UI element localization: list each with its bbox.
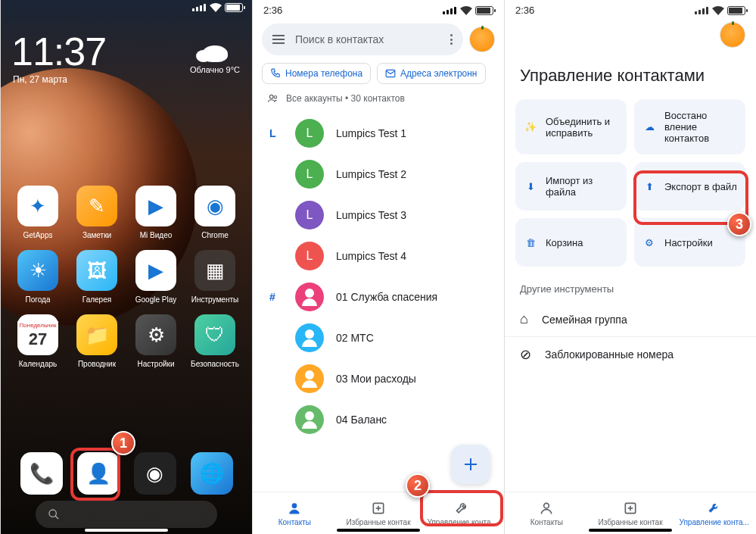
section-other-tools: Другие инструменты <box>505 267 756 302</box>
list-item[interactable]: LLumpics Test 4 <box>253 236 504 276</box>
wifi-icon <box>712 6 724 15</box>
step-badge-3: 3 <box>727 212 751 236</box>
app-Google Play[interactable]: ▶Google Play <box>129 250 182 304</box>
add-contact-fab[interactable] <box>451 445 490 484</box>
list-item[interactable]: 02 МТС <box>253 317 504 358</box>
link-1[interactable]: ⊘Заблокированные номера <box>505 337 756 372</box>
app-GetApps[interactable]: ✦GetApps <box>11 186 64 239</box>
dock: 📞👤◉🌐 <box>1 452 252 495</box>
contacts-icon <box>539 501 554 516</box>
gesture-bar <box>85 529 168 532</box>
tab-contacts[interactable]: Контакты <box>505 492 589 534</box>
card-1[interactable]: ☁Восстано вление контактов <box>634 99 745 155</box>
app-Календарь[interactable]: Понедельник27Календарь <box>11 314 64 368</box>
card-icon: ☁ <box>642 120 657 135</box>
dock-contacts[interactable]: 👤 <box>77 452 120 495</box>
contact-name: Lumpics Test 2 <box>336 168 406 180</box>
card-0[interactable]: ✨Объединить и исправить <box>515 99 627 155</box>
list-item[interactable]: LLumpics Test 3 <box>253 195 504 236</box>
weather-widget[interactable]: Облачно 9°C <box>190 45 240 74</box>
step-badge-2: 2 <box>406 473 430 498</box>
svg-point-0 <box>49 510 56 517</box>
chip-phone[interactable]: Номера телефона <box>262 63 371 84</box>
contact-name: 01 Служба спасения <box>336 291 437 303</box>
search-bar[interactable] <box>36 501 217 528</box>
search-input[interactable]: Поиск в контактах <box>262 23 463 55</box>
cloud-icon <box>202 45 228 62</box>
link-label: Семейная группа <box>542 314 627 326</box>
contact-avatar <box>295 283 324 311</box>
app-label: GetApps <box>23 231 53 239</box>
accounts-summary[interactable]: Все аккаунты • 30 контактов <box>253 92 504 113</box>
app-label: Галерея <box>82 295 111 304</box>
contacts-list-screen: 2:36 .light .battery::before,.light .bat… <box>252 0 504 534</box>
contact-name: 02 МТС <box>336 332 374 344</box>
cards-grid: ✨Объединить и исправить☁Восстано вление … <box>505 99 756 267</box>
tab-favorites[interactable]: Избранные контак <box>337 492 421 534</box>
search-placeholder: Поиск в контактах <box>295 33 440 45</box>
app-Погода[interactable]: ☀Погода <box>11 250 64 304</box>
tab-manage[interactable]: Управление конта... <box>672 492 756 534</box>
menu-icon[interactable] <box>272 35 285 44</box>
contacts-icon: 👤 <box>77 452 120 495</box>
list-item[interactable]: #01 Служба спасения <box>253 276 504 317</box>
card-label: Настройки <box>664 237 713 248</box>
list-item[interactable]: 03 Мои расходы <box>253 358 504 399</box>
app-icon: ▶ <box>135 186 176 226</box>
app-icon: ▶ <box>135 250 176 291</box>
dock-camera[interactable]: ◉ <box>134 452 176 495</box>
app-Mi Видео[interactable]: ▶Mi Видео <box>129 186 182 239</box>
app-label: Безопасность <box>191 360 239 368</box>
card-icon: 🗑 <box>523 235 538 250</box>
link-0[interactable]: ⌂Семейная группа <box>505 302 756 337</box>
wifi-icon <box>210 3 222 12</box>
app-icon: Понедельник27 <box>17 314 58 355</box>
tab-contacts[interactable]: Контакты <box>253 492 337 534</box>
tab-favorites[interactable]: Избранные контак <box>589 492 673 534</box>
app-grid: ✦GetApps✎Заметки▶Mi Видео◉Chrome☀Погода🖼… <box>1 186 252 368</box>
app-Галерея[interactable]: 🖼Галерея <box>70 250 123 304</box>
app-label: Инструменты <box>191 295 238 304</box>
card-3[interactable]: ⬆Экспорт в файл <box>634 162 745 211</box>
list-item[interactable]: 04 Баланс <box>253 399 504 440</box>
date: Пн, 27 марта <box>13 74 67 85</box>
app-Инструменты[interactable]: ▦Инструменты <box>188 250 241 304</box>
app-icon: 🖼 <box>76 250 117 291</box>
contact-name: Lumpics Test 1 <box>336 127 406 139</box>
app-label: Google Play <box>135 295 176 304</box>
gesture-bar <box>589 529 672 532</box>
list-item[interactable]: LLumpics Test 2 <box>253 154 504 195</box>
contact-avatar <box>295 405 324 434</box>
contact-avatar <box>295 323 324 352</box>
link-icon: ⊘ <box>520 346 531 363</box>
avatar[interactable] <box>469 27 495 52</box>
dock-browser[interactable]: 🌐 <box>191 452 233 495</box>
phone-icon: 📞 <box>20 452 63 495</box>
app-icon: 🛡 <box>194 314 235 355</box>
app-icon: ▦ <box>194 250 235 291</box>
card-4[interactable]: 🗑Корзина <box>515 218 627 267</box>
contact-avatar: L <box>295 160 324 189</box>
app-icon: ⚙ <box>135 314 176 355</box>
card-icon: ⬆ <box>642 179 657 194</box>
app-Настройки[interactable]: ⚙Настройки <box>129 314 182 368</box>
more-icon[interactable] <box>450 34 453 45</box>
app-Заметки[interactable]: ✎Заметки <box>70 186 123 239</box>
card-2[interactable]: ⬇Импорт из файла <box>515 162 627 211</box>
plus-icon <box>462 455 480 473</box>
app-label: Заметки <box>82 231 111 239</box>
weather-text: Облачно 9°C <box>190 65 240 74</box>
app-Проводник[interactable]: 📁Проводник <box>70 314 123 368</box>
avatar[interactable] <box>720 22 745 48</box>
card-label: Экспорт в файл <box>664 181 737 192</box>
app-label: Настройки <box>137 360 174 368</box>
svg-point-11 <box>544 503 549 508</box>
tab-manage[interactable]: Управление конта... <box>420 492 504 534</box>
app-icon: 📁 <box>76 314 117 355</box>
list-item[interactable]: LLLumpics Test 1 <box>253 113 504 154</box>
chip-email[interactable]: Адреса электронн <box>377 63 485 84</box>
app-Chrome[interactable]: ◉Chrome <box>188 186 241 239</box>
app-icon: ◉ <box>194 186 235 226</box>
app-Безопасность[interactable]: 🛡Безопасность <box>188 314 241 368</box>
dock-phone[interactable]: 📞 <box>20 452 63 495</box>
